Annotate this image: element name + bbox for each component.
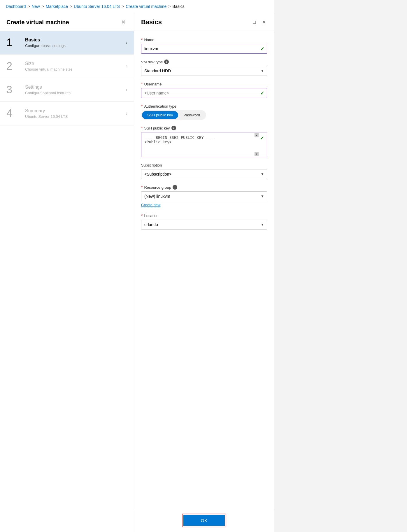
subscription-group: Subscription <Subscription> ▼ — [141, 163, 267, 179]
step-2-number: 2 — [6, 61, 22, 71]
breadcrumb-marketplace[interactable]: Marketplace — [46, 4, 68, 9]
username-check-icon: ✓ — [260, 90, 264, 96]
rg-required-star: * — [141, 185, 143, 190]
name-check-icon: ✓ — [260, 46, 264, 52]
subscription-select-wrapper: <Subscription> ▼ — [141, 169, 267, 179]
breadcrumb-create-vm[interactable]: Create virtual machine — [126, 4, 166, 9]
location-group: * Location orlando eastus westus ▼ — [141, 213, 267, 230]
step-4-number: 4 — [6, 108, 22, 119]
step-1[interactable]: 1 Basics Configure basic settings › — [0, 31, 134, 55]
header-icons: □ ✕ — [252, 19, 267, 26]
step-3[interactable]: 3 Settings Configure optional features › — [0, 78, 134, 102]
location-required-star: * — [141, 213, 143, 218]
vm-disk-type-label: VM disk type i — [141, 60, 267, 64]
resource-group-label: * Resource group i — [141, 185, 267, 190]
username-input[interactable] — [141, 88, 267, 98]
form-close-button[interactable]: ✕ — [261, 19, 267, 26]
step-2-title: Size — [25, 61, 126, 66]
form-panel: Basics □ ✕ * Name ✓ VM dis — [134, 13, 274, 532]
step-3-number: 3 — [6, 85, 22, 95]
wizard-steps: 1 Basics Configure basic settings › 2 Si… — [0, 31, 134, 532]
ssh-required-star: * — [141, 126, 143, 130]
step-2-arrow: › — [126, 64, 127, 69]
breadcrumb-current: Basics — [173, 4, 185, 9]
ssh-info-icon[interactable]: i — [171, 126, 176, 130]
username-label: * Username — [141, 82, 267, 86]
ssh-scrollbar: ▲ ▼ — [255, 132, 259, 157]
username-input-wrapper: ✓ — [141, 88, 267, 98]
vm-disk-type-group: VM disk type i Standard HDD Premium SSD … — [141, 60, 267, 76]
step-2-info: Size Choose virtual machine size — [25, 61, 126, 71]
step-1-arrow: › — [126, 40, 127, 45]
breadcrumb-sep-1: > — [28, 4, 30, 9]
wizard-close-button[interactable]: ✕ — [120, 18, 127, 26]
breadcrumb-sep-2: > — [42, 4, 44, 9]
ssh-key-group: * SSH public key i ---- BEGIN SSH2 PUBLI… — [141, 126, 267, 157]
breadcrumb: Dashboard > New > Marketplace > Ubuntu S… — [0, 0, 274, 13]
form-footer: OK — [134, 509, 274, 532]
ssh-check-icon: ✓ — [260, 135, 264, 141]
step-4-info: Summary Ubuntu Server 16.04 LTS — [25, 108, 126, 119]
wizard-panel: Create virtual machine ✕ 1 Basics Config… — [0, 13, 134, 532]
step-1-number: 1 — [6, 37, 22, 48]
ssh-scroll-down-button[interactable]: ▼ — [255, 152, 259, 156]
resource-group-select[interactable]: (New) linuxvm — [141, 191, 267, 201]
location-label: * Location — [141, 213, 267, 218]
maximize-button[interactable]: □ — [252, 19, 257, 25]
subscription-select[interactable]: <Subscription> — [141, 169, 267, 179]
step-3-arrow: › — [126, 87, 127, 92]
form-title: Basics — [141, 18, 162, 26]
name-label: * Name — [141, 37, 267, 42]
ssh-scroll-up-button[interactable]: ▲ — [255, 133, 259, 137]
auth-ssh-button[interactable]: SSH public key — [142, 111, 178, 119]
vm-disk-info-icon[interactable]: i — [164, 60, 169, 64]
step-3-subtitle: Configure optional features — [25, 91, 126, 95]
subscription-label: Subscription — [141, 163, 267, 167]
vm-disk-type-select-wrapper: Standard HDD Premium SSD Standard SSD ▼ — [141, 66, 267, 76]
step-1-title: Basics — [25, 37, 126, 43]
ssh-key-label: * SSH public key i — [141, 126, 267, 130]
step-4-subtitle: Ubuntu Server 16.04 LTS — [25, 114, 126, 119]
auth-type-toggle: SSH public key Password — [141, 110, 206, 120]
breadcrumb-sep-4: > — [122, 4, 124, 9]
rg-info-icon[interactable]: i — [173, 185, 177, 190]
step-2[interactable]: 2 Size Choose virtual machine size › — [0, 55, 134, 78]
breadcrumb-ubuntu[interactable]: Ubuntu Server 16.04 LTS — [74, 4, 120, 9]
location-select[interactable]: orlando eastus westus — [141, 220, 267, 230]
step-4[interactable]: 4 Summary Ubuntu Server 16.04 LTS › — [0, 102, 134, 125]
create-new-link[interactable]: Create new — [141, 203, 160, 207]
auth-required-star: * — [141, 104, 143, 108]
step-4-title: Summary — [25, 108, 126, 113]
step-1-info: Basics Configure basic settings — [25, 37, 126, 48]
ssh-textarea[interactable]: ---- BEGIN SSH2 PUBLIC KEY ---- <Public … — [141, 132, 267, 156]
auth-type-group: * Authentication type SSH public key Pas… — [141, 104, 267, 120]
breadcrumb-dashboard[interactable]: Dashboard — [6, 4, 26, 9]
step-2-subtitle: Choose virtual machine size — [25, 67, 126, 71]
step-3-title: Settings — [25, 85, 126, 90]
resource-group-group: * Resource group i (New) linuxvm ▼ Creat… — [141, 185, 267, 207]
wizard-header: Create virtual machine ✕ — [0, 13, 134, 31]
ssh-textarea-wrapper: ---- BEGIN SSH2 PUBLIC KEY ---- <Public … — [141, 132, 267, 157]
ok-button[interactable]: OK — [183, 515, 225, 526]
form-header: Basics □ ✕ — [134, 13, 274, 31]
step-4-arrow: › — [126, 111, 127, 116]
name-input-wrapper: ✓ — [141, 44, 267, 54]
name-input[interactable] — [141, 44, 267, 54]
username-group: * Username ✓ — [141, 82, 267, 98]
username-required-star: * — [141, 82, 143, 86]
step-1-subtitle: Configure basic settings — [25, 43, 126, 48]
name-required-star: * — [141, 37, 143, 42]
step-3-info: Settings Configure optional features — [25, 85, 126, 95]
location-select-wrapper: orlando eastus westus ▼ — [141, 220, 267, 230]
breadcrumb-sep-3: > — [70, 4, 72, 9]
auth-type-label: * Authentication type — [141, 104, 267, 108]
name-group: * Name ✓ — [141, 37, 267, 54]
breadcrumb-sep-5: > — [168, 4, 171, 9]
wizard-title: Create virtual machine — [6, 19, 69, 26]
auth-password-button[interactable]: Password — [178, 111, 205, 119]
form-body: * Name ✓ VM disk type i Standard HDD P — [134, 31, 274, 509]
resource-group-select-wrapper: (New) linuxvm ▼ — [141, 191, 267, 201]
ok-button-wrapper: OK — [182, 514, 227, 527]
vm-disk-type-select[interactable]: Standard HDD Premium SSD Standard SSD — [141, 66, 267, 76]
breadcrumb-new[interactable]: New — [32, 4, 40, 9]
